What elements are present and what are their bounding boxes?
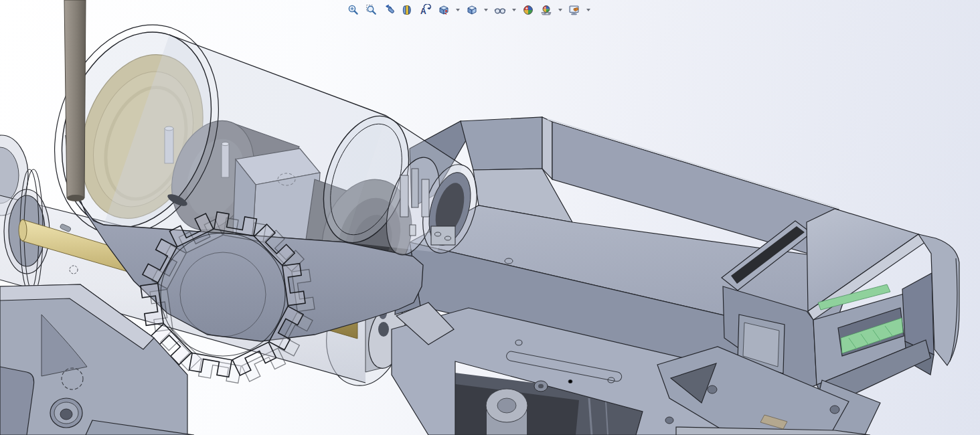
- cavity-motor-cylinder: [486, 389, 527, 435]
- section-view-icon: [402, 4, 414, 16]
- display-style-button[interactable]: [465, 3, 479, 17]
- edit-appearance-button[interactable]: [521, 3, 535, 17]
- monitor-hand-icon: [568, 4, 580, 16]
- eyeglasses-icon: [494, 4, 506, 16]
- flange-pivot-hole: [534, 381, 548, 392]
- svg-text:A: A: [420, 7, 426, 16]
- funnel-corner-strip: [542, 117, 552, 179]
- color-sphere-icon: [522, 4, 534, 16]
- zoom-to-area-button[interactable]: [364, 3, 378, 17]
- hide-show-items-button[interactable]: [493, 3, 507, 17]
- view-cube-axes-icon: [438, 4, 450, 16]
- scene-sphere-icon: [540, 4, 552, 16]
- countersunk-hole: [50, 398, 82, 428]
- shaded-cube-icon: [466, 4, 478, 16]
- model-canvas[interactable]: [0, 0, 980, 435]
- heads-up-view-toolbar: A: [346, 2, 591, 18]
- cad-viewport: A: [0, 0, 980, 435]
- view-settings-dropdown-arrow[interactable]: [585, 3, 591, 17]
- previous-view-icon: [384, 4, 396, 16]
- vertical-support-rod[interactable]: [64, 0, 86, 201]
- zoom-to-fit-icon: [347, 4, 359, 16]
- section-view-button[interactable]: [400, 3, 414, 17]
- zoom-to-fit-button[interactable]: [346, 3, 360, 17]
- view-settings-button[interactable]: [567, 3, 581, 17]
- view-orientation-button[interactable]: [436, 3, 451, 17]
- funnel-back-wall: [461, 117, 542, 170]
- view-orientation-dropdown-arrow[interactable]: [455, 3, 461, 17]
- apply-scene-button[interactable]: [539, 3, 553, 17]
- hide-show-items-dropdown-arrow[interactable]: [511, 3, 517, 17]
- dynamic-annotation-views-button[interactable]: A: [418, 3, 432, 17]
- annotation-rotate-icon: A: [420, 4, 432, 16]
- apply-scene-dropdown-arrow[interactable]: [557, 3, 563, 17]
- display-style-dropdown-arrow[interactable]: [483, 3, 489, 17]
- previous-view-button[interactable]: [382, 3, 396, 17]
- zoom-to-area-icon: [365, 4, 378, 16]
